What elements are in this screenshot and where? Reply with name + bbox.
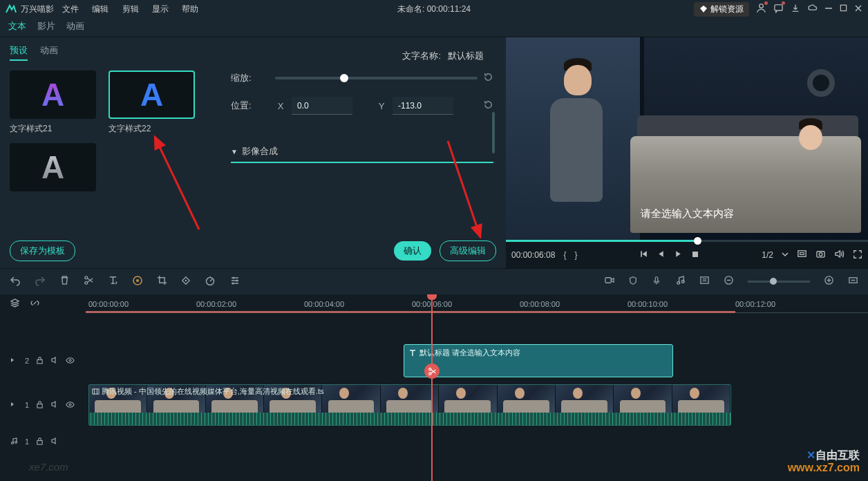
text-editor-panel: 预设 动画 A 文字样式21 A 文字样式22 A 文字名称: bbox=[0, 37, 506, 268]
text-clip[interactable]: 默认标题 请全选输入文本内容 bbox=[404, 344, 673, 377]
keyframe-icon[interactable] bbox=[181, 276, 191, 288]
position-y-input[interactable]: -113.0 bbox=[393, 97, 453, 115]
svg-point-19 bbox=[677, 281, 680, 284]
timeline-layers-icon[interactable] bbox=[10, 298, 20, 311]
crop-icon[interactable] bbox=[157, 275, 167, 288]
marker-list-icon[interactable] bbox=[699, 275, 710, 288]
preset-style-23[interactable]: A bbox=[10, 143, 96, 191]
work-area-bar[interactable] bbox=[86, 311, 735, 313]
zoom-in-icon[interactable] bbox=[824, 275, 834, 288]
svg-rect-25 bbox=[37, 359, 42, 364]
motion-icon[interactable] bbox=[132, 275, 143, 289]
props-scrollbar[interactable] bbox=[492, 112, 495, 243]
preset-style-22[interactable]: A 文字样式22 bbox=[108, 70, 195, 135]
undo-icon[interactable] bbox=[10, 275, 21, 289]
delete-icon[interactable] bbox=[59, 275, 70, 288]
zoom-out-icon[interactable] bbox=[724, 275, 734, 288]
lock-icon[interactable] bbox=[36, 437, 44, 446]
tab-text[interactable]: 文本 bbox=[8, 20, 26, 37]
window-close-icon[interactable] bbox=[854, 4, 862, 15]
speed-icon[interactable] bbox=[205, 275, 216, 289]
lock-icon[interactable] bbox=[36, 401, 44, 410]
brace-right-icon[interactable]: } bbox=[574, 250, 577, 260]
svg-point-12 bbox=[185, 279, 187, 281]
message-icon[interactable] bbox=[773, 3, 784, 15]
subtab-preset[interactable]: 预设 bbox=[10, 44, 28, 61]
menu-clip[interactable]: 剪辑 bbox=[122, 4, 139, 14]
music-icon[interactable] bbox=[675, 275, 686, 288]
mute-icon[interactable] bbox=[50, 356, 59, 366]
track-number: 1 bbox=[25, 437, 29, 446]
scale-slider[interactable] bbox=[275, 77, 478, 79]
subtab-anim[interactable]: 动画 bbox=[40, 44, 58, 61]
svg-point-28 bbox=[69, 404, 71, 406]
play-icon[interactable] bbox=[674, 249, 683, 261]
reset-position-icon[interactable] bbox=[483, 100, 493, 112]
cloud-icon[interactable] bbox=[807, 3, 818, 15]
snapshot-icon[interactable] bbox=[815, 249, 826, 261]
record-icon[interactable] bbox=[604, 275, 614, 288]
video-clip[interactable]: 腾讯视频 - 中国领先的在线视频媒体平台,海量高清视频在线观看.ts bbox=[88, 384, 731, 426]
preset-style-21[interactable]: A 文字样式21 bbox=[10, 70, 96, 135]
preview-progress[interactable] bbox=[506, 240, 868, 242]
scissors-icon[interactable] bbox=[84, 275, 94, 288]
fullscreen-icon[interactable] bbox=[853, 249, 862, 261]
svg-rect-2 bbox=[840, 5, 846, 10]
shield-icon[interactable] bbox=[628, 276, 638, 288]
mic-icon[interactable] bbox=[652, 276, 661, 288]
menu-file[interactable]: 文件 bbox=[62, 4, 79, 14]
app-logo bbox=[6, 3, 17, 15]
svg-rect-18 bbox=[655, 276, 658, 281]
window-maximize-icon[interactable] bbox=[840, 4, 847, 14]
svg-point-15 bbox=[236, 279, 238, 281]
menu-edit[interactable]: 编辑 bbox=[92, 4, 108, 14]
video-track: 1 腾讯视频 - 中国领先的在线视频媒体平台,海量高清视频在线观看.ts bbox=[0, 383, 868, 427]
tab-animation[interactable]: 动画 bbox=[66, 20, 84, 37]
mute-icon[interactable] bbox=[50, 400, 59, 410]
svg-rect-1 bbox=[775, 5, 782, 10]
diamond-icon bbox=[699, 5, 708, 13]
reset-scale-icon[interactable] bbox=[483, 72, 493, 84]
menu-help[interactable]: 帮助 bbox=[182, 4, 198, 14]
mute-icon[interactable] bbox=[50, 437, 59, 446]
volume-icon[interactable] bbox=[834, 249, 845, 261]
advanced-edit-button[interactable]: 高级编辑 bbox=[440, 240, 496, 261]
account-icon[interactable] bbox=[756, 3, 766, 15]
play-backward-icon[interactable] bbox=[657, 249, 666, 261]
preview-subtitle: 请全选输入文本内容 bbox=[641, 207, 734, 220]
timeline-link-icon[interactable] bbox=[30, 298, 40, 311]
stop-icon[interactable] bbox=[691, 250, 699, 261]
redo-icon[interactable] bbox=[35, 275, 46, 289]
window-minimize-icon[interactable] bbox=[824, 4, 833, 15]
svg-rect-4 bbox=[798, 251, 806, 256]
visibility-icon[interactable] bbox=[66, 356, 75, 366]
compositing-section[interactable]: ▼ 影像合成 bbox=[231, 145, 493, 158]
save-as-template-button[interactable]: 保存为模板 bbox=[10, 240, 75, 261]
visibility-icon[interactable] bbox=[66, 400, 75, 411]
lock-icon[interactable] bbox=[36, 357, 44, 366]
preview-video[interactable]: 请全选输入文本内容 bbox=[506, 37, 868, 240]
split-icon[interactable] bbox=[424, 364, 440, 379]
confirm-button[interactable]: 确认 bbox=[394, 241, 431, 261]
zoom-slider[interactable] bbox=[748, 281, 810, 283]
fraction-dropdown-icon[interactable] bbox=[782, 250, 789, 260]
svg-point-0 bbox=[760, 4, 764, 8]
tab-movie[interactable]: 影片 bbox=[37, 20, 55, 37]
audio-track: 1 bbox=[0, 427, 868, 456]
zoom-fit-icon[interactable] bbox=[848, 275, 858, 288]
playhead[interactable] bbox=[431, 294, 433, 481]
download-icon[interactable] bbox=[791, 3, 800, 15]
svg-rect-5 bbox=[800, 253, 804, 255]
svg-rect-17 bbox=[605, 278, 611, 283]
prev-frame-icon[interactable] bbox=[639, 249, 648, 261]
screen-fit-icon[interactable] bbox=[797, 249, 807, 261]
unlock-resources-button[interactable]: 解锁资源 bbox=[694, 2, 749, 17]
adjust-icon[interactable] bbox=[229, 275, 240, 289]
text-tool-icon[interactable] bbox=[108, 275, 118, 288]
svg-point-7 bbox=[819, 253, 822, 256]
position-label: 位置: bbox=[231, 100, 270, 112]
position-x-input[interactable]: 0.0 bbox=[292, 97, 352, 115]
menu-view[interactable]: 显示 bbox=[152, 4, 169, 14]
svg-point-30 bbox=[12, 442, 14, 444]
brace-left-icon[interactable]: { bbox=[563, 250, 566, 260]
